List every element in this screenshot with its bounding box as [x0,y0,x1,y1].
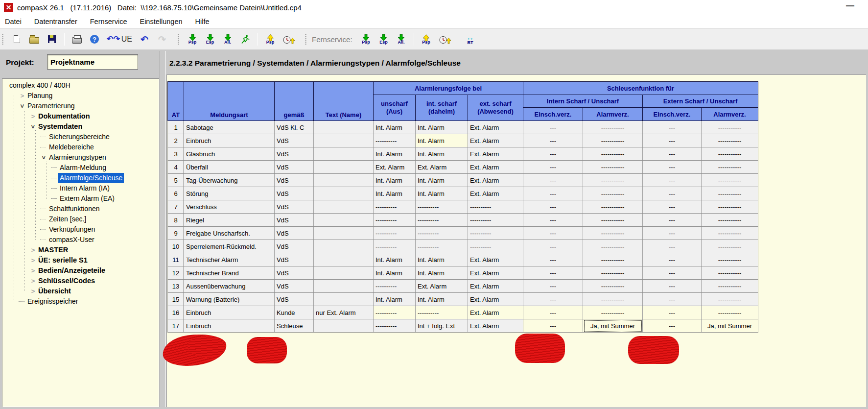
fernservice-psp-download-button[interactable]: Psp [359,31,374,48]
menu-item-datei[interactable]: Datei [5,18,22,25]
cell-col-3[interactable] [314,200,374,214]
cell-col-6[interactable]: Ext. Alarm [468,293,523,306]
cell-col-8[interactable]: ----------- [583,121,643,134]
tree-item-meldebereiche[interactable]: Meldebereiche [4,142,158,152]
chevron-expanded-icon[interactable]: > [39,154,49,161]
cell-col-8[interactable]: ----------- [583,200,643,214]
tree-item-parametrierung[interactable]: >Parametrierung [4,101,158,111]
cell-col-3[interactable] [314,280,374,293]
cell-col-7[interactable]: --- [523,187,583,200]
cell-col-4[interactable]: ---------- [374,240,416,253]
cell-col-9[interactable]: --- [643,280,702,293]
cell-col-1[interactable]: Freigabe Unscharfsch. [184,227,275,240]
redo-button[interactable]: ↷ [155,31,169,48]
cell-col-6[interactable]: Ext. Alarm [468,319,523,333]
all-download-button[interactable]: All. [220,31,235,48]
cell-col-1[interactable]: Aussenüberwachung [184,280,275,293]
cell-col-2[interactable]: VdS [275,293,314,306]
tree-item-schlüssel-codes[interactable]: >Schlüssel/Codes [4,276,158,286]
cell-col-5[interactable]: Ext. Alarm [416,280,468,293]
cell-col-1[interactable]: Sperrelement-Rückmeld. [184,240,275,253]
cell-col-6[interactable]: ---------- [468,227,523,240]
undo-button[interactable]: ↶ [137,31,152,48]
cell-col-1[interactable]: Technischer Brand [184,266,275,280]
cell-col-7[interactable]: --- [523,121,583,134]
cell-col-2[interactable]: VdS [275,147,314,161]
cell-col-3[interactable] [314,266,374,280]
cell-col-1[interactable]: Einbruch [184,319,275,333]
cell-col-6[interactable]: Ext. Alarm [468,253,523,266]
tree-item-compasx-user[interactable]: compasX-User [4,235,158,245]
cell-col-10[interactable]: ----------- [702,293,758,306]
tree-item-verknüpfungen[interactable]: Verknüpfungen [4,224,158,235]
cell-col-9[interactable]: --- [643,293,702,306]
cell-col-9[interactable]: --- [643,187,702,200]
cell-col-10[interactable]: Ja, mit Summer [702,319,758,333]
cell-col-9[interactable]: --- [643,147,702,161]
cell-col-3[interactable] [314,174,374,187]
cell-col-3[interactable] [314,214,374,227]
cell-col-8[interactable]: ----------- [583,253,643,266]
cell-col-7[interactable]: --- [523,266,583,280]
tree-item-übersicht[interactable]: >Übersicht [4,286,158,296]
cell-col-10[interactable]: ----------- [702,121,758,134]
cell-col-4[interactable]: Int. Alarm [374,174,416,187]
help-button[interactable]: ? [87,31,102,48]
cell-col-8[interactable]: ----------- [583,174,643,187]
cell-col-7[interactable]: --- [523,319,583,333]
cell-col-5[interactable]: Int. Alarm [416,147,468,161]
print-button[interactable] [70,31,84,48]
cell-col-10[interactable]: ----------- [702,240,758,253]
cell-col-3[interactable]: nur Ext. Alarm [314,306,374,319]
cell-col-6[interactable]: Ext. Alarm [468,121,523,134]
cell-col-9[interactable]: --- [643,134,702,147]
cell-col-10[interactable]: ----------- [702,134,758,147]
cell-col-5[interactable]: Int. Alarm [416,134,468,147]
cell-col-2[interactable]: Schleuse [275,319,314,333]
cell-col-3[interactable] [314,293,374,306]
tree-item-ereignisspeicher[interactable]: Ereignisspeicher [4,296,158,307]
cell-col-10[interactable]: ----------- [702,227,758,240]
cell-col-8[interactable]: ----------- [583,280,643,293]
cell-col-7[interactable]: --- [523,293,583,306]
cell-col-8[interactable]: ----------- [583,161,643,174]
cell-col-9[interactable]: --- [643,319,702,333]
menu-item-hilfe[interactable]: Hilfe [195,18,210,25]
chevron-collapsed-icon[interactable]: > [29,276,37,286]
cell-col-4[interactable]: ---------- [374,319,416,333]
cell-col-6[interactable]: Ext. Alarm [468,161,523,174]
tree-item-sicherungsbereiche[interactable]: Sicherungsbereiche [4,132,158,142]
psp-download-button[interactable]: Psp [185,31,200,48]
cell-col-5[interactable]: Int. Alarm [416,293,468,306]
cell-col-2[interactable]: VdS [275,227,314,240]
cell-col-2[interactable]: VdS Kl. C [275,121,314,134]
tree-item-alarmfolge-schleuse[interactable]: Alarmfolge/Schleuse [4,173,158,183]
cell-col-1[interactable]: Einbruch [184,134,275,147]
cell-col-5[interactable]: Int. Alarm [416,121,468,134]
tree-item-alarmierungstypen[interactable]: >Alarmierungstypen [4,152,158,163]
cell-col-9[interactable]: --- [643,121,702,134]
cell-col-1[interactable]: Tag-Überwachung [184,174,275,187]
cell-col-4[interactable]: Ext. Alarm [374,161,416,174]
project-name-input[interactable] [47,54,138,70]
cell-col-4[interactable]: Int. Alarm [374,147,416,161]
cell-col-9[interactable]: --- [643,306,702,319]
cell-col-2[interactable]: VdS [275,134,314,147]
tree-item-bedien-anzeigeteile[interactable]: >Bedien/Anzeigeteile [4,265,158,276]
tree-item-dokumentation[interactable]: >Dokumentation [4,111,158,121]
cell-col-6[interactable]: Ext. Alarm [468,174,523,187]
cell-col-3[interactable] [314,161,374,174]
cell-col-3[interactable] [314,227,374,240]
chevron-collapsed-icon[interactable]: > [29,111,37,121]
cell-col-5[interactable]: ---------- [416,214,468,227]
cell-col-10[interactable]: ----------- [702,280,758,293]
cell-col-10[interactable]: ----------- [702,253,758,266]
cell-col-4[interactable]: ---------- [374,306,416,319]
fernservice-esp-download-button[interactable]: Esp [376,31,391,48]
save-button[interactable] [45,31,59,48]
cell-col-5[interactable]: Ext. Alarm [416,161,468,174]
cell-col-10[interactable]: ----------- [702,214,758,227]
cell-col-3[interactable] [314,187,374,200]
cell-col-1[interactable]: Warnung (Batterie) [184,293,275,306]
cell-col-3[interactable] [314,121,374,134]
